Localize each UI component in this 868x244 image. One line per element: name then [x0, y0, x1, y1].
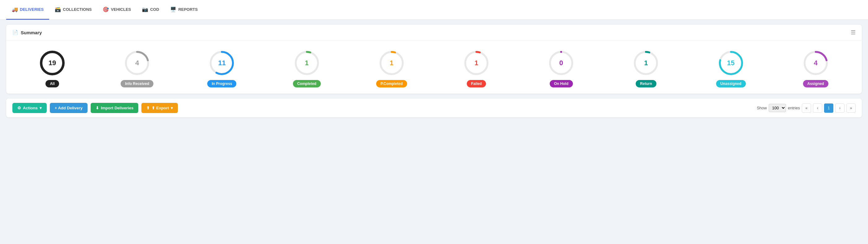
- nav-item-deliveries[interactable]: 🚚DELIVERIES: [6, 0, 49, 20]
- vehicles-icon: 🎯: [103, 6, 109, 12]
- actions-button[interactable]: ⚙ Actions ▾: [12, 103, 47, 113]
- add-delivery-label: + Add Delivery: [55, 106, 83, 110]
- status-badge-assigned[interactable]: Assigned: [803, 80, 828, 88]
- show-label: Show: [757, 106, 767, 110]
- summary-item-all[interactable]: 19 All: [35, 49, 69, 88]
- summary-card: 📄 Summary ☰ 19 All: [6, 25, 862, 94]
- status-badge-all[interactable]: All: [45, 80, 59, 88]
- import-deliveries-button[interactable]: ⬇ Import Deliveries: [91, 103, 138, 113]
- reports-label: REPORTS: [178, 7, 198, 12]
- add-delivery-button[interactable]: + Add Delivery: [50, 103, 88, 113]
- donut-in-progress: 11: [208, 49, 236, 77]
- nav-item-collections[interactable]: 🗃️COLLECTIONS: [49, 0, 97, 20]
- status-badge-unassigned[interactable]: Unassigned: [716, 80, 746, 88]
- donut-count-failed: 1: [474, 59, 478, 67]
- summary-item-on-hold[interactable]: 0 On Hold: [544, 49, 578, 88]
- nav-item-vehicles[interactable]: 🎯VEHICLES: [97, 0, 136, 20]
- summary-item-info-received[interactable]: 4 Info Received: [120, 49, 154, 88]
- main-content: 📄 Summary ☰ 19 All: [0, 20, 868, 122]
- pagination-area: Show 100 50 25 entries « ‹ 1 › »: [757, 103, 856, 113]
- summary-title: Summary: [21, 30, 42, 35]
- summary-grid: 19 All 4 Info Received 11: [6, 40, 862, 94]
- navbar: 🚚DELIVERIES🗃️COLLECTIONS🎯VEHICLES📷COD🖥️R…: [0, 0, 868, 20]
- chevron-down-icon: ▾: [40, 106, 42, 110]
- status-badge-p-completed[interactable]: P.Completed: [376, 80, 407, 88]
- card-header: 📄 Summary ☰: [6, 25, 862, 40]
- donut-count-all: 19: [49, 59, 56, 67]
- summary-item-assigned[interactable]: 4 Assigned: [799, 49, 833, 88]
- status-badge-on-hold[interactable]: On Hold: [550, 80, 573, 88]
- import-label: Import Deliveries: [101, 106, 134, 110]
- actions-label: Actions: [23, 106, 38, 110]
- summary-item-completed[interactable]: 1 Completed: [290, 49, 324, 88]
- donut-count-unassigned: 15: [727, 59, 734, 67]
- donut-count-on-hold: 0: [559, 59, 563, 67]
- collections-label: COLLECTIONS: [63, 7, 92, 12]
- last-page-button[interactable]: »: [846, 103, 856, 113]
- donut-count-in-progress: 11: [218, 59, 225, 67]
- summary-item-in-progress[interactable]: 11 In Progress: [205, 49, 239, 88]
- summary-item-failed[interactable]: 1 Failed: [459, 49, 493, 88]
- prev-page-button[interactable]: ‹: [813, 103, 822, 113]
- current-page-button[interactable]: 1: [824, 103, 833, 113]
- summary-item-p-completed[interactable]: 1 P.Completed: [375, 49, 409, 88]
- donut-assigned: 4: [802, 49, 830, 77]
- export-label: ⬆ Export: [152, 106, 169, 110]
- status-badge-completed[interactable]: Completed: [293, 80, 321, 88]
- deliveries-label: DELIVERIES: [20, 7, 43, 12]
- doc-icon: 📄: [12, 30, 18, 35]
- donut-unassigned: 15: [717, 49, 745, 77]
- entries-select[interactable]: 100 50 25: [769, 104, 786, 112]
- reports-icon: 🖥️: [170, 6, 176, 12]
- gear-icon: ⚙: [17, 106, 21, 110]
- donut-count-return: 1: [644, 59, 648, 67]
- next-page-button[interactable]: ›: [835, 103, 844, 113]
- donut-all: 19: [38, 49, 66, 77]
- donut-count-completed: 1: [305, 59, 309, 67]
- status-badge-return[interactable]: Return: [636, 80, 656, 88]
- donut-count-assigned: 4: [814, 59, 817, 67]
- deliveries-icon: 🚚: [12, 6, 18, 12]
- status-badge-in-progress[interactable]: In Progress: [207, 80, 236, 88]
- donut-info-received: 4: [123, 49, 151, 77]
- export-icon: ⬆: [146, 106, 150, 110]
- donut-on-hold: 0: [547, 49, 575, 77]
- donut-completed: 1: [293, 49, 321, 77]
- donut-return: 1: [632, 49, 660, 77]
- status-badge-info-received[interactable]: Info Received: [121, 80, 153, 88]
- status-badge-failed[interactable]: Failed: [467, 80, 486, 88]
- donut-count-p-completed: 1: [390, 59, 394, 67]
- nav-item-cod[interactable]: 📷COD: [136, 0, 164, 20]
- import-icon: ⬇: [96, 106, 99, 110]
- donut-count-info-received: 4: [135, 59, 139, 67]
- nav-item-reports[interactable]: 🖥️REPORTS: [164, 0, 203, 20]
- export-chevron-icon: ▾: [171, 106, 173, 110]
- first-page-button[interactable]: «: [802, 103, 811, 113]
- vehicles-label: VEHICLES: [111, 7, 131, 12]
- card-title: 📄 Summary: [12, 30, 42, 35]
- export-button[interactable]: ⬆ ⬆ Export ▾: [142, 103, 178, 113]
- collections-icon: 🗃️: [55, 6, 61, 12]
- summary-item-unassigned[interactable]: 15 Unassigned: [714, 49, 748, 88]
- summary-item-return[interactable]: 1 Return: [629, 49, 663, 88]
- toolbar: ⚙ Actions ▾ + Add Delivery ⬇ Import Deli…: [6, 99, 862, 117]
- donut-p-completed: 1: [378, 49, 406, 77]
- cod-label: COD: [150, 7, 159, 12]
- menu-icon[interactable]: ☰: [851, 29, 856, 36]
- donut-failed: 1: [462, 49, 490, 77]
- cod-icon: 📷: [142, 6, 148, 12]
- entries-label: entries: [788, 106, 800, 110]
